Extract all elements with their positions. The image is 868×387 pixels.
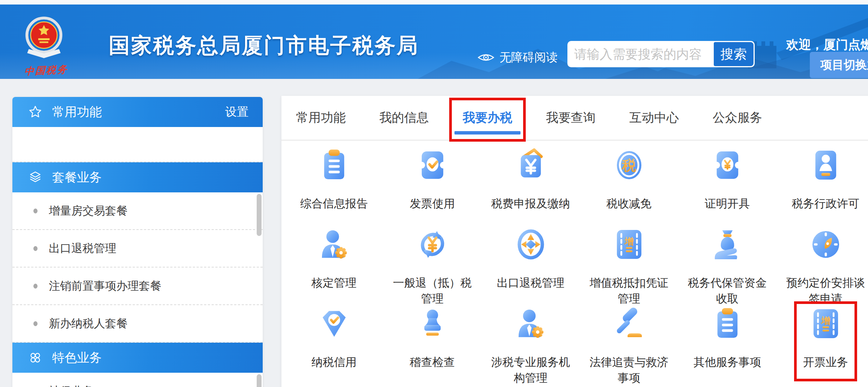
tab-my-info[interactable]: 我的信息 xyxy=(377,96,431,140)
sidebar-section-title: 常用功能 xyxy=(52,104,102,121)
grid-item-label: 证明开具 xyxy=(686,196,769,212)
sidebar-section-title: 特色业务 xyxy=(52,349,102,366)
grid-item-label: 税费申报及缴纳 xyxy=(489,196,572,212)
main-tabbar: 常用功能我的信息我要办税我要查询互动中心公众服务 xyxy=(281,96,868,141)
tab-public-services[interactable]: 公众服务 xyxy=(710,96,764,140)
sidebar-item-new-taxpayer-package[interactable]: 新办纳税人套餐 xyxy=(12,305,263,343)
sidebar-section-header-featured-services[interactable]: 特色业务 xyxy=(12,343,263,373)
sidebar-item-label: 社保业务 xyxy=(49,384,94,387)
compass-icon xyxy=(808,227,844,262)
grid-item-tax-reduction-exemption[interactable]: 税税收减免 xyxy=(588,147,670,227)
sidebar-section-header-package-services[interactable]: 套餐业务 xyxy=(12,162,263,192)
refund-cycle-icon xyxy=(415,227,450,262)
grid-item-comprehensive-info-report[interactable]: 综合信息报告 xyxy=(293,147,375,227)
tax-seal-icon: 税 xyxy=(611,147,647,183)
grid-item-label: 法律追责与救济事项 xyxy=(588,354,670,386)
sidebar-settings-link[interactable]: 设置 xyxy=(225,104,248,120)
bullet-icon xyxy=(33,284,38,289)
grid-item-label: 税收减免 xyxy=(588,196,670,212)
grid-item-label: 其他服务事项 xyxy=(686,354,769,370)
grid-item-label: 一般退（抵）税管理 xyxy=(391,275,474,307)
sidebar-item-label: 出口退税管理 xyxy=(49,241,116,256)
function-grid: 综合信息报告发票使用税费申报及缴纳税税收减免证明开具税务行政许可核定管理一般退（… xyxy=(281,141,868,385)
layers-icon xyxy=(28,170,42,184)
accessibility-toggle[interactable]: 无障碍阅读 xyxy=(477,50,558,65)
stamp-card-icon xyxy=(808,147,844,183)
browser-top-strip xyxy=(0,0,868,5)
accessibility-label: 无障碍阅读 xyxy=(499,50,558,65)
grid-item-other-service-matters[interactable]: 其他服务事项 xyxy=(686,306,769,385)
grid-item-legal-liability-and-relief[interactable]: 法律追责与救济事项 xyxy=(588,306,670,385)
grid-item-label: 纳税信用 xyxy=(293,354,375,370)
grid-item-label: 稽查检查 xyxy=(391,354,474,370)
sidebar-item-label: 增量房交易套餐 xyxy=(49,203,128,219)
tab-interaction-center[interactable]: 互动中心 xyxy=(627,96,681,140)
globe-icon xyxy=(513,227,549,262)
grid-icon xyxy=(28,351,42,365)
hand-moneybag-icon xyxy=(710,227,745,262)
ticket-check-icon xyxy=(415,147,450,183)
search-input[interactable] xyxy=(567,41,713,67)
invoice-icon: 增 xyxy=(808,306,844,342)
stamp-icon xyxy=(415,306,450,342)
grid-item-label: 预约定价安排谈签申请 xyxy=(784,275,867,307)
clipboard-icon xyxy=(710,306,745,342)
sidebar-item-incremental-housing-package[interactable]: 增量房交易套餐 xyxy=(12,192,263,230)
eye-icon xyxy=(477,51,495,63)
grid-item-label: 核定管理 xyxy=(293,275,375,291)
grid-item-advance-pricing-arrangement-application[interactable]: 预约定价安排谈签申请 xyxy=(784,227,867,306)
svg-text:增: 增 xyxy=(821,316,830,326)
grid-item-tax-credit[interactable]: 纳税信用 xyxy=(293,306,375,385)
tab-frequent-functions[interactable]: 常用功能 xyxy=(294,96,348,140)
grid-item-tax-administrative-license[interactable]: 税务行政许可 xyxy=(784,147,867,227)
grid-item-inspection-check[interactable]: 稽查检查 xyxy=(391,306,474,385)
grid-item-general-refund-credit-management[interactable]: 一般退（抵）税管理 xyxy=(391,227,474,306)
search-box: 搜索 xyxy=(567,41,755,67)
grid-item-label: 发票使用 xyxy=(391,196,474,212)
grid-item-certificate-issuance[interactable]: 证明开具 xyxy=(686,147,769,227)
tax-emblem-logo xyxy=(22,14,66,62)
grid-item-label: 税务行政许可 xyxy=(784,196,867,212)
sidebar-empty-list xyxy=(12,127,263,162)
tab-inquiry[interactable]: 我要查询 xyxy=(544,96,598,140)
grid-item-tax-declaration-and-payment[interactable]: 税费申报及缴纳 xyxy=(489,147,572,227)
grid-item-assessment-management[interactable]: 核定管理 xyxy=(293,227,375,306)
sidebar-item-social-security[interactable]: 社保业务 xyxy=(12,373,263,387)
grid-item-label: 税务代保管资金收取 xyxy=(686,275,769,307)
grid-item-vat-deduction-voucher-management[interactable]: 增增值税抵扣凭证管理 xyxy=(588,227,670,306)
scrollbar-thumb[interactable] xyxy=(257,374,262,387)
project-switch-button[interactable]: 项目切换主页 xyxy=(810,52,868,78)
site-header: 中国税务 国家税务总局厦门市电子税务局 无障碍阅读 搜索 欢迎，厦门点燃 项目切… xyxy=(0,5,868,79)
site-title: 国家税务总局厦门市电子税务局 xyxy=(109,32,419,60)
sidebar-item-export-tax-refund[interactable]: 出口退税管理 xyxy=(12,230,263,268)
bullet-icon xyxy=(33,209,38,213)
sidebar-list-package-services: 增量房交易套餐出口退税管理注销前置事项办理套餐新办纳税人套餐 xyxy=(12,192,263,343)
bullet-icon xyxy=(33,246,38,251)
grid-item-label: 出口退税管理 xyxy=(489,275,572,291)
sidebar-item-label: 注销前置事项办理套餐 xyxy=(49,278,161,294)
grid-item-label: 综合信息报告 xyxy=(293,196,375,212)
credit-badge-icon xyxy=(316,306,352,342)
sidebar-item-cancellation-pre-matters-package[interactable]: 注销前置事项办理套餐 xyxy=(12,268,263,305)
grid-item-tax-professional-service-agency-management[interactable]: 涉税专业服务机构管理 xyxy=(489,306,572,385)
ticket-yen-icon xyxy=(710,147,745,183)
star-icon xyxy=(28,105,42,119)
sidebar-item-label: 新办纳税人套餐 xyxy=(49,316,128,331)
sidebar-section-title: 套餐业务 xyxy=(52,169,102,186)
grid-item-tax-custody-funds-collection[interactable]: 税务代保管资金收取 xyxy=(686,227,769,306)
sidebar-section-header-frequent-functions[interactable]: 常用功能设置 xyxy=(12,97,263,127)
grid-item-invoice-usage[interactable]: 发票使用 xyxy=(391,147,474,227)
svg-text:税: 税 xyxy=(621,157,636,173)
scrollbar-thumb[interactable] xyxy=(257,194,262,236)
svg-text:增: 增 xyxy=(624,236,634,246)
grid-item-label: 开票业务 xyxy=(784,354,867,370)
search-button[interactable]: 搜索 xyxy=(714,42,754,66)
grid-item-export-tax-refund-management[interactable]: 出口退税管理 xyxy=(489,227,572,306)
person-gear-icon xyxy=(316,227,352,262)
moneybag-yen-icon xyxy=(513,147,549,183)
bullet-icon xyxy=(33,321,38,326)
vat-voucher-icon: 增 xyxy=(611,227,647,262)
grid-item-invoicing-business[interactable]: 增开票业务 xyxy=(784,306,867,385)
tab-tax-handling[interactable]: 我要办税 xyxy=(460,96,514,140)
main-panel: 常用功能我的信息我要办税我要查询互动中心公众服务 综合信息报告发票使用税费申报及… xyxy=(281,96,868,387)
